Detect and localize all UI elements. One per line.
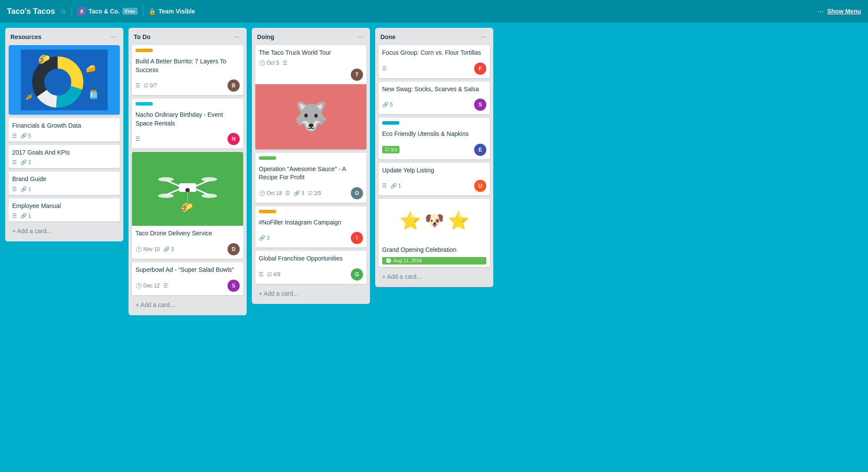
card-bottom-eco: ☑ 3/3 E [379,144,490,159]
card-awesome-sauce[interactable]: Operation "Awesome Sauce" - A Recipe For… [255,153,366,203]
card-meta-row-awesome-sauce: 🕐 Oct 18 ☰ 🔗 3 ☑ 2/5 [259,190,321,196]
column-doing: Doing ··· The Taco Truck World Tour 🕐 Oc… [252,28,370,304]
card-content-goals: 2017 Goals And KPIs ☰ 🔗 2 [9,145,120,168]
avatar-nacho: N [228,133,240,145]
column-menu-done[interactable]: ··· [479,32,488,42]
card-nacho[interactable]: Nacho Ordinary Birthday - Event Space Re… [132,99,243,149]
card-meta-goals: ☰ 🔗 2 [12,159,116,165]
drone-image: 🌮 [132,152,243,226]
attach-drone: 🔗 3 [163,246,174,252]
card-content-franchise: Global Franchise Opportunities [255,251,366,268]
card-goals[interactable]: 2017 Goals And KPIs ☰ 🔗 2 [9,145,120,168]
avatar-awesome-sauce: O [351,187,363,199]
card-title-brand: Brand Guide [12,175,116,184]
card-swag[interactable]: New Swag: Socks, Scarves & Salsa 🔗 5 S [379,82,490,115]
avatar-focus-group: F [474,63,486,75]
card-meta-row-yelp: ☰ 🔗 1 [382,183,401,189]
label-burrito [135,49,153,52]
menu-dots[interactable]: ··· [817,7,824,16]
column-header-doing: Doing ··· [255,32,366,42]
card-content-awesome-sauce: Operation "Awesome Sauce" - A Recipe For… [255,162,366,187]
avatar-yelp: U [474,180,486,192]
card-superbowl[interactable]: Superbowl Ad - "Super Salad Bowls" 🕐 Dec… [132,262,243,295]
header: Taco's Tacos ☆ 🐶 Taco & Co. Free 🔒 Team … [0,0,868,23]
avatar-superbowl: S [228,280,240,292]
column-title-resources: Resources [10,33,42,40]
resources-image-card[interactable]: 🌮 🧀 🫙 🌶 [9,45,120,115]
divider-1 [72,6,72,17]
husky-image: 🐺 [255,84,366,149]
card-bottom-burrito: ☰ ☑ 0/7 B [132,79,243,95]
card-focus-group[interactable]: Focus Group: Corn vs. Flour Tortillas ☰ … [379,45,490,78]
column-header-todo: To Do ··· [132,32,243,42]
card-meta-row-franchise: ☰ ☑ 4/9 [259,271,281,277]
card-title-goals: 2017 Goals And KPIs [12,149,116,157]
card-bottom-focus-group: ☰ F [379,63,490,78]
avatar-swag: S [474,99,486,111]
card-content-manual: Employee Manual ☰ 🔗 1 [9,198,120,222]
org-switcher[interactable]: 🐶 Taco & Co. Free [77,7,138,16]
label-nofiller [259,210,276,213]
svg-text:🌶: 🌶 [25,92,33,101]
card-franchise[interactable]: Global Franchise Opportunities ☰ ☑ 4/9 G [255,251,366,284]
svg-point-17 [201,177,217,182]
card-meta-row-swag: 🔗 5 [382,102,393,108]
add-card-done[interactable]: + Add a card... [379,271,490,283]
card-taco-tour[interactable]: The Taco Truck World Tour 🕐 Oct 5 ☰ T 🐺 [255,45,366,149]
card-burrito[interactable]: Build A Better Burrito: 7 Layers To Succ… [132,45,243,95]
card-grand-opening[interactable]: ⭐ 🐶 ⭐ Grand Opening Celebration 🕐 Aug 11… [379,199,490,267]
card-drone[interactable]: 🌮 Taco Drone Delivery Service 🕐 Nov 10 🔗… [132,152,243,259]
card-title-manual: Employee Manual [12,202,116,211]
add-card-resources[interactable]: + Add a card... [9,225,120,237]
card-content-nacho: Nacho Ordinary Birthday - Event Space Re… [132,107,243,133]
card-title-nacho: Nacho Ordinary Birthday - Event Space Re… [135,111,240,128]
date-badge-grand-opening: 🕐 Aug 11, 2016 [382,257,486,264]
card-content-brand: Brand Guide ☰ 🔗 1 [9,172,120,195]
check-awesome-sauce: ☑ 2/5 [308,190,321,196]
card-financials[interactable]: Financials & Growth Data ☰ 🔗 5 [9,118,120,142]
card-meta-row-focus-group: ☰ [382,66,387,72]
team-icon: 🔒 [149,8,156,15]
clock-icon: 🕐 [386,258,392,264]
column-done: Done ··· Focus Group: Corn vs. Flour Tor… [375,28,493,287]
card-eco[interactable]: Eco Friendly Utensils & Napkins ☑ 3/3 E [379,118,490,159]
card-manual[interactable]: Employee Manual ☰ 🔗 1 [9,198,120,222]
attach-swag: 🔗 5 [382,102,393,108]
org-name: Taco & Co. [89,8,120,15]
column-header-done: Done ··· [379,32,490,42]
card-meta-row-nacho: ☰ [135,136,140,142]
card-title-yelp: Update Yelp Listing [382,166,486,175]
attach-financials: 🔗 5 [20,133,31,139]
board-title[interactable]: Taco's Tacos [7,7,55,16]
show-menu-button[interactable]: Show Menu [827,8,861,15]
add-card-doing[interactable]: + Add a card... [255,287,366,300]
label-nacho [135,102,153,106]
date-awesome-sauce: 🕐 Oct 18 [259,190,282,196]
card-title-eco: Eco Friendly Utensils & Napkins [382,130,486,139]
desc-burrito: ☰ [135,83,140,89]
avatar-franchise: G [351,268,363,281]
card-title-burrito: Build A Better Burrito: 7 Layers To Succ… [135,57,240,74]
team-visibility[interactable]: 🔒 Team Visible [149,8,195,15]
card-yelp[interactable]: Update Yelp Listing ☰ 🔗 1 U [379,163,490,196]
column-menu-resources[interactable]: ··· [109,32,118,42]
star-right: ⭐ [448,211,469,231]
org-badge: Free [122,8,138,15]
card-nofiller[interactable]: #NoFiller Instagram Campaign 🔗 3 I [255,206,366,248]
check-franchise: ☑ 4/9 [267,271,281,277]
svg-text:🫙: 🫙 [88,89,99,99]
card-brand[interactable]: Brand Guide ☰ 🔗 1 [9,172,120,195]
card-meta-taco-tour: 🕐 Oct 5 ☰ [259,60,363,66]
desc-icon-goals: ☰ [12,159,17,165]
column-menu-todo[interactable]: ··· [232,32,241,42]
add-card-todo[interactable]: + Add a card... [132,299,243,311]
desc-icon-brand: ☰ [12,186,17,192]
avatar-row-taco-tour: T [255,69,366,84]
resources-chart-image: 🌮 🧀 🫙 🌶 [9,45,120,115]
column-menu-doing[interactable]: ··· [356,32,365,42]
card-bottom-swag: 🔗 5 S [379,99,490,114]
column-resources: Resources ··· 🌮 🧀 🫙 [5,28,123,241]
org-icon: 🐶 [77,7,86,16]
star-icon[interactable]: ☆ [60,7,66,16]
svg-point-16 [158,177,174,182]
